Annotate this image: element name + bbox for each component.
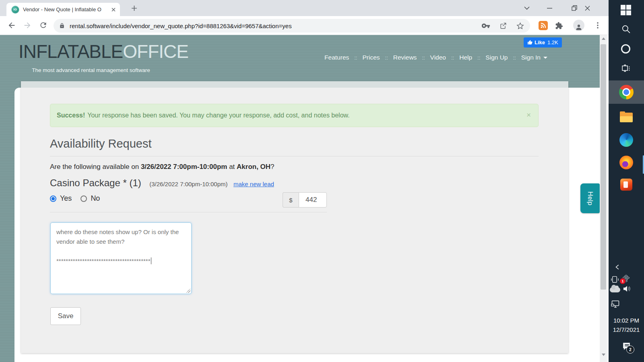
- rss-extension-icon[interactable]: [539, 21, 548, 30]
- onedrive-cloud-icon: [610, 287, 620, 292]
- taskbar-clock[interactable]: 10:02 PM 12/7/2021: [609, 316, 644, 334]
- availability-question: Are the following available on 3/26/2022…: [50, 163, 275, 171]
- nav-item-reviews[interactable]: Reviews: [393, 54, 417, 61]
- tab-close-icon[interactable]: [110, 6, 117, 13]
- lock-icon[interactable]: [59, 23, 65, 29]
- text-caret: [151, 257, 151, 264]
- item-name: Casino Package * (1): [50, 177, 141, 188]
- nav-item-prices[interactable]: Prices: [362, 54, 380, 61]
- screen: IO Vendor - New Quote | Inflatable O: [0, 0, 644, 362]
- clock-time: 10:02 PM: [609, 316, 644, 325]
- address-bar[interactable]: rental.software/include/vendor_new_quote…: [54, 19, 530, 33]
- alert-close-icon[interactable]: ×: [526, 111, 531, 119]
- radio-no[interactable]: [80, 195, 87, 202]
- nav-item-sign-up[interactable]: Sign Up: [485, 54, 508, 61]
- edge-icon: [619, 133, 633, 147]
- alert-message: Your response has been saved. You may ch…: [87, 112, 349, 119]
- profile-avatar[interactable]: [573, 20, 584, 31]
- notification-badge: 2: [626, 346, 634, 354]
- heading-divider: [50, 156, 539, 156]
- task-view-icon: [621, 63, 631, 73]
- file-explorer-icon: [619, 111, 633, 122]
- action-center-button[interactable]: 2: [621, 341, 632, 351]
- cost-input-group: $: [283, 192, 327, 208]
- tray-volume-button[interactable]: [622, 284, 631, 293]
- window-restore-button[interactable]: [569, 4, 580, 12]
- search-icon: [621, 24, 631, 34]
- save-button[interactable]: Save: [50, 307, 81, 325]
- tray-expand-chevron[interactable]: [614, 263, 621, 271]
- url-text[interactable]: rental.software/include/vendor_new_quote…: [70, 23, 473, 29]
- windows-start-button[interactable]: [621, 5, 631, 15]
- radio-yes[interactable]: [50, 195, 56, 202]
- tray-onedrive-button[interactable]: [610, 287, 620, 292]
- back-button[interactable]: [7, 21, 16, 30]
- device-icon: [611, 275, 619, 284]
- item-schedule: (3/26/2022 7:00pm-10:00pm): [149, 181, 227, 187]
- nav-item-help[interactable]: Help: [459, 54, 472, 61]
- availability-radio-group: Yes No: [50, 194, 109, 203]
- share-icon[interactable]: [499, 22, 507, 30]
- nav-item-sign-in[interactable]: Sign In: [521, 54, 541, 61]
- notes-textarea[interactable]: where do these notes show up? Or is only…: [50, 222, 192, 294]
- inflatableoffice-logo[interactable]: INFLATABLEOFFICE: [19, 41, 188, 62]
- facebook-like-button[interactable]: Like 1.2K: [524, 37, 562, 47]
- cortana-button[interactable]: [621, 44, 630, 53]
- forward-button[interactable]: [23, 21, 32, 30]
- network-monitor-icon: [611, 300, 620, 309]
- browser-menu-dots-icon[interactable]: [594, 21, 601, 29]
- chevron-left-icon: [614, 263, 621, 271]
- password-key-icon[interactable]: [481, 21, 490, 30]
- main-nav: Features :: Prices :: Reviews :: Video :…: [324, 54, 547, 61]
- scrollbar-thumb[interactable]: [601, 44, 606, 290]
- scrollbar-down-arrow[interactable]: [602, 354, 605, 356]
- like-label: Like: [535, 39, 545, 45]
- success-alert: Success! Your response has been saved. Y…: [50, 104, 539, 127]
- bookmark-star-icon[interactable]: [516, 22, 524, 30]
- window-close-button[interactable]: [582, 4, 592, 12]
- office-icon: [620, 179, 632, 191]
- nav-item-video[interactable]: Video: [430, 54, 446, 61]
- radio-yes-label[interactable]: Yes: [60, 194, 72, 203]
- page-title: Availability Request: [50, 137, 152, 150]
- file-explorer-button[interactable]: [619, 111, 633, 122]
- thumb-up-icon: [527, 40, 533, 45]
- new-tab-button[interactable]: [131, 5, 137, 11]
- tray-device-button[interactable]: [611, 275, 619, 284]
- currency-addon: $: [283, 192, 299, 208]
- dropbox-badge: 1: [619, 278, 626, 284]
- browser-tab[interactable]: IO Vendor - New Quote | Inflatable O: [6, 3, 120, 16]
- firefox-button[interactable]: [619, 156, 633, 169]
- window-minimize-button[interactable]: [544, 4, 555, 12]
- tray-network-button[interactable]: [611, 300, 620, 309]
- notes-text: where do these notes show up? Or is only…: [56, 228, 181, 264]
- windows-logo-icon: [621, 5, 631, 15]
- task-view-button[interactable]: [621, 63, 631, 73]
- caret-down-icon: [543, 57, 547, 59]
- edge-button[interactable]: [619, 133, 633, 147]
- alert-title: Success!: [57, 112, 85, 119]
- office-button[interactable]: [620, 179, 632, 191]
- site-favicon-icon: IO: [11, 6, 19, 14]
- help-side-tab[interactable]: Help: [580, 183, 600, 213]
- question-location: Akron, OH: [237, 163, 270, 171]
- make-new-lead-link[interactable]: make new lead: [233, 181, 274, 187]
- nav-item-features[interactable]: Features: [324, 54, 349, 61]
- extensions-puzzle-icon[interactable]: [555, 22, 563, 30]
- tab-search-chevron-icon[interactable]: [522, 4, 532, 12]
- item-divider: [50, 212, 327, 212]
- chrome-icon[interactable]: [619, 85, 634, 99]
- cost-input[interactable]: [299, 192, 327, 208]
- browser-tab-strip: IO Vendor - New Quote | Inflatable O: [0, 0, 609, 16]
- tray-dropbox-button[interactable]: 1: [622, 274, 630, 283]
- question-datetime: 3/26/2022 7:00pm-10:00pm: [141, 163, 227, 171]
- card-top-strip: [21, 81, 568, 88]
- taskbar-search-button[interactable]: [621, 24, 631, 34]
- scrollbar-up-arrow[interactable]: [602, 37, 605, 40]
- taskbar-chrome-active-slot[interactable]: [609, 80, 644, 104]
- reload-button[interactable]: [39, 21, 47, 29]
- resize-grip[interactable]: [186, 288, 190, 293]
- item-line: Casino Package * (1) (3/26/2022 7:00pm-1…: [50, 177, 274, 189]
- clock-date: 12/7/2021: [609, 325, 644, 334]
- radio-no-label[interactable]: No: [91, 194, 100, 203]
